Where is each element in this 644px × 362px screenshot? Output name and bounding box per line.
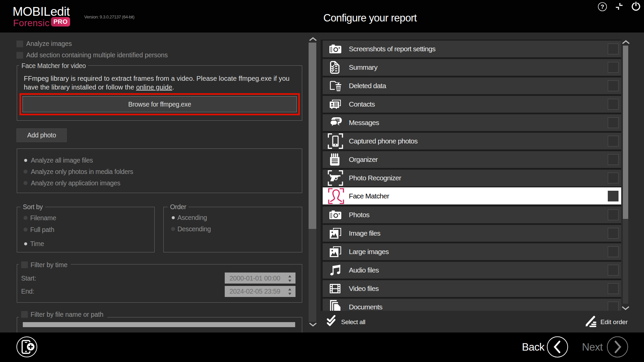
svg-text:?: ? — [601, 4, 604, 10]
